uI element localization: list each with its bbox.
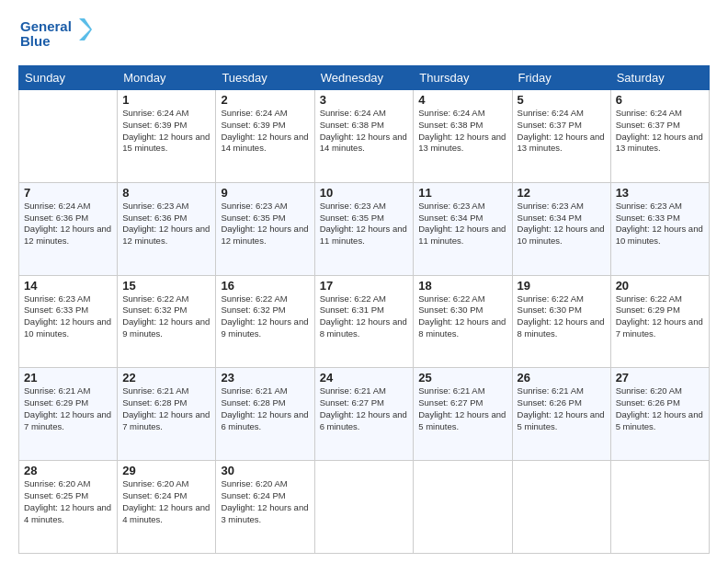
- day-number: 1: [122, 93, 210, 107]
- day-number: 19: [518, 279, 606, 293]
- calendar-cell: 29Sunrise: 6:20 AMSunset: 6:24 PMDayligh…: [118, 461, 216, 554]
- calendar-cell: 28Sunrise: 6:20 AMSunset: 6:25 PMDayligh…: [19, 461, 118, 554]
- day-number: 9: [221, 186, 309, 200]
- day-number: 16: [221, 279, 309, 293]
- logo: General Blue: [18, 15, 92, 56]
- calendar-cell: 6Sunrise: 6:24 AMSunset: 6:37 PMDaylight…: [610, 90, 709, 183]
- day-number: 2: [221, 93, 309, 107]
- day-info: Sunrise: 6:24 AMSunset: 6:39 PMDaylight:…: [122, 108, 210, 155]
- calendar-cell: [414, 461, 512, 554]
- day-info: Sunrise: 6:22 AMSunset: 6:31 PMDaylight:…: [320, 293, 409, 340]
- day-info: Sunrise: 6:22 AMSunset: 6:32 PMDaylight:…: [221, 293, 309, 340]
- day-info: Sunrise: 6:22 AMSunset: 6:29 PMDaylight:…: [616, 293, 704, 340]
- calendar-week-5: 28Sunrise: 6:20 AMSunset: 6:25 PMDayligh…: [19, 461, 710, 554]
- weekday-header-saturday: Saturday: [610, 66, 709, 90]
- calendar-week-3: 14Sunrise: 6:23 AMSunset: 6:33 PMDayligh…: [19, 275, 710, 368]
- day-info: Sunrise: 6:23 AMSunset: 6:33 PMDaylight:…: [616, 201, 704, 247]
- calendar-cell: 10Sunrise: 6:23 AMSunset: 6:35 PMDayligh…: [314, 182, 414, 275]
- logo-svg: General Blue: [18, 15, 92, 56]
- calendar-cell: 17Sunrise: 6:22 AMSunset: 6:31 PMDayligh…: [314, 275, 414, 368]
- day-number: 27: [616, 371, 704, 385]
- day-number: 11: [418, 186, 506, 200]
- calendar-cell: [19, 90, 118, 183]
- day-number: 18: [418, 279, 506, 293]
- calendar-cell: 23Sunrise: 6:21 AMSunset: 6:28 PMDayligh…: [216, 368, 314, 461]
- calendar-cell: 19Sunrise: 6:22 AMSunset: 6:30 PMDayligh…: [512, 275, 610, 368]
- day-number: 8: [122, 186, 210, 200]
- calendar-cell: 25Sunrise: 6:21 AMSunset: 6:27 PMDayligh…: [414, 368, 512, 461]
- weekday-header-sunday: Sunday: [19, 66, 118, 90]
- calendar-cell: 15Sunrise: 6:22 AMSunset: 6:32 PMDayligh…: [118, 275, 216, 368]
- day-number: 14: [24, 279, 112, 293]
- day-info: Sunrise: 6:24 AMSunset: 6:39 PMDaylight:…: [221, 108, 309, 155]
- day-info: Sunrise: 6:23 AMSunset: 6:34 PMDaylight:…: [418, 201, 506, 247]
- day-number: 4: [418, 93, 506, 107]
- day-number: 20: [616, 279, 704, 293]
- day-info: Sunrise: 6:20 AMSunset: 6:26 PMDaylight:…: [616, 385, 704, 432]
- day-number: 24: [320, 371, 409, 385]
- calendar-cell: 14Sunrise: 6:23 AMSunset: 6:33 PMDayligh…: [19, 275, 118, 368]
- calendar-cell: 20Sunrise: 6:22 AMSunset: 6:29 PMDayligh…: [610, 275, 709, 368]
- calendar-cell: [314, 461, 414, 554]
- calendar-cell: 26Sunrise: 6:21 AMSunset: 6:26 PMDayligh…: [512, 368, 610, 461]
- day-info: Sunrise: 6:24 AMSunset: 6:38 PMDaylight:…: [320, 108, 409, 155]
- day-info: Sunrise: 6:21 AMSunset: 6:27 PMDaylight:…: [418, 385, 506, 432]
- header: General Blue: [18, 15, 710, 56]
- calendar-cell: 22Sunrise: 6:21 AMSunset: 6:28 PMDayligh…: [118, 368, 216, 461]
- weekday-header-friday: Friday: [512, 66, 610, 90]
- day-number: 23: [221, 371, 309, 385]
- calendar-cell: 11Sunrise: 6:23 AMSunset: 6:34 PMDayligh…: [414, 182, 512, 275]
- day-info: Sunrise: 6:24 AMSunset: 6:37 PMDaylight:…: [518, 108, 606, 155]
- day-info: Sunrise: 6:24 AMSunset: 6:37 PMDaylight:…: [616, 108, 704, 155]
- calendar-table: SundayMondayTuesdayWednesdayThursdayFrid…: [18, 65, 710, 554]
- calendar-cell: 16Sunrise: 6:22 AMSunset: 6:32 PMDayligh…: [216, 275, 314, 368]
- calendar-cell: 27Sunrise: 6:20 AMSunset: 6:26 PMDayligh…: [610, 368, 709, 461]
- day-info: Sunrise: 6:20 AMSunset: 6:24 PMDaylight:…: [122, 478, 210, 525]
- day-info: Sunrise: 6:24 AMSunset: 6:36 PMDaylight:…: [24, 201, 112, 247]
- day-info: Sunrise: 6:21 AMSunset: 6:27 PMDaylight:…: [320, 385, 409, 432]
- day-number: 17: [320, 279, 409, 293]
- day-info: Sunrise: 6:21 AMSunset: 6:28 PMDaylight:…: [122, 385, 210, 432]
- day-number: 22: [122, 371, 210, 385]
- day-info: Sunrise: 6:20 AMSunset: 6:24 PMDaylight:…: [221, 478, 309, 525]
- calendar-cell: 5Sunrise: 6:24 AMSunset: 6:37 PMDaylight…: [512, 90, 610, 183]
- day-info: Sunrise: 6:23 AMSunset: 6:35 PMDaylight:…: [320, 201, 409, 247]
- weekday-header-thursday: Thursday: [414, 66, 512, 90]
- weekday-header-monday: Monday: [118, 66, 216, 90]
- calendar-cell: 1Sunrise: 6:24 AMSunset: 6:39 PMDaylight…: [118, 90, 216, 183]
- weekday-header-tuesday: Tuesday: [216, 66, 314, 90]
- day-number: 15: [122, 279, 210, 293]
- day-number: 5: [518, 93, 606, 107]
- calendar-cell: 3Sunrise: 6:24 AMSunset: 6:38 PMDaylight…: [314, 90, 414, 183]
- calendar-cell: 12Sunrise: 6:23 AMSunset: 6:34 PMDayligh…: [512, 182, 610, 275]
- calendar-cell: 4Sunrise: 6:24 AMSunset: 6:38 PMDaylight…: [414, 90, 512, 183]
- day-info: Sunrise: 6:20 AMSunset: 6:25 PMDaylight:…: [24, 478, 112, 525]
- calendar-cell: 18Sunrise: 6:22 AMSunset: 6:30 PMDayligh…: [414, 275, 512, 368]
- calendar-week-4: 21Sunrise: 6:21 AMSunset: 6:29 PMDayligh…: [19, 368, 710, 461]
- calendar-cell: 24Sunrise: 6:21 AMSunset: 6:27 PMDayligh…: [314, 368, 414, 461]
- day-number: 10: [320, 186, 409, 200]
- day-info: Sunrise: 6:21 AMSunset: 6:28 PMDaylight:…: [221, 385, 309, 432]
- day-number: 29: [122, 464, 210, 477]
- calendar-cell: 7Sunrise: 6:24 AMSunset: 6:36 PMDaylight…: [19, 182, 118, 275]
- calendar-cell: [610, 461, 709, 554]
- day-number: 3: [320, 93, 409, 107]
- day-number: 26: [518, 371, 606, 385]
- page: General Blue SundayMondayTuesdayWednesda…: [0, 0, 728, 563]
- day-number: 25: [418, 371, 506, 385]
- day-info: Sunrise: 6:23 AMSunset: 6:34 PMDaylight:…: [518, 201, 606, 247]
- svg-text:Blue: Blue: [20, 33, 51, 49]
- calendar-cell: 2Sunrise: 6:24 AMSunset: 6:39 PMDaylight…: [216, 90, 314, 183]
- day-info: Sunrise: 6:24 AMSunset: 6:38 PMDaylight:…: [418, 108, 506, 155]
- calendar-cell: 21Sunrise: 6:21 AMSunset: 6:29 PMDayligh…: [19, 368, 118, 461]
- day-info: Sunrise: 6:23 AMSunset: 6:35 PMDaylight:…: [221, 201, 309, 247]
- svg-marker-2: [79, 18, 92, 40]
- calendar-cell: 30Sunrise: 6:20 AMSunset: 6:24 PMDayligh…: [216, 461, 314, 554]
- day-info: Sunrise: 6:21 AMSunset: 6:26 PMDaylight:…: [518, 385, 606, 432]
- calendar-cell: [512, 461, 610, 554]
- weekday-header-row: SundayMondayTuesdayWednesdayThursdayFrid…: [19, 66, 710, 90]
- day-number: 21: [24, 371, 112, 385]
- weekday-header-wednesday: Wednesday: [314, 66, 414, 90]
- day-number: 28: [24, 464, 112, 477]
- calendar-cell: 13Sunrise: 6:23 AMSunset: 6:33 PMDayligh…: [610, 182, 709, 275]
